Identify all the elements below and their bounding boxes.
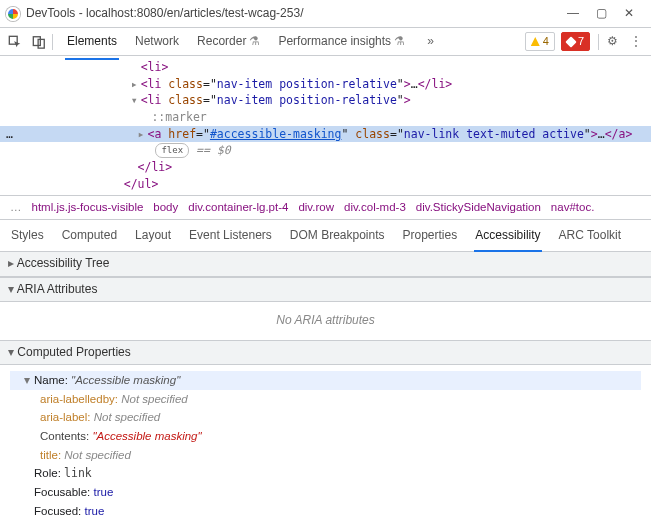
- crumb-item[interactable]: html.js.js-focus-visible: [32, 199, 144, 216]
- crumb-item[interactable]: div.container-lg.pt-4: [188, 199, 288, 216]
- window-titlebar: DevTools - localhost:8080/en/articles/te…: [0, 0, 651, 28]
- subtab-computed[interactable]: Computed: [61, 225, 118, 246]
- errors-badge[interactable]: 7: [561, 32, 590, 52]
- tab-performance-insights[interactable]: Performance insights⚗: [276, 29, 407, 55]
- dom-node-selected[interactable]: … ▸<a href="#accessible-masking" class="…: [0, 126, 651, 143]
- dom-node[interactable]: </li>: [0, 159, 651, 176]
- subtab-accessibility[interactable]: Accessibility: [474, 225, 541, 246]
- section-aria-attributes: ARIA Attributes No ARIA attributes: [0, 278, 651, 341]
- more-icon[interactable]: ⋮: [625, 33, 647, 50]
- issue-badges: 4 7: [525, 32, 590, 52]
- flask-icon: ⚗: [249, 33, 260, 50]
- panel-tabs: Elements Network Recorder⚗ Performance i…: [65, 29, 523, 55]
- settings-icon[interactable]: ⚙: [601, 33, 623, 50]
- error-icon: [565, 36, 576, 47]
- crumb-item[interactable]: nav#toc.: [551, 199, 594, 216]
- dom-breadcrumb[interactable]: … html.js.js-focus-visible body div.cont…: [0, 196, 651, 220]
- subtab-arc-toolkit[interactable]: ARC Toolkit: [558, 225, 622, 246]
- tab-elements[interactable]: Elements: [65, 29, 119, 54]
- prop-focusable[interactable]: Focusable: true: [10, 483, 641, 502]
- maximize-button[interactable]: ▢: [595, 5, 607, 22]
- prop-title[interactable]: title: Not specified: [10, 446, 641, 465]
- svg-rect-2: [38, 39, 44, 48]
- crumb-item[interactable]: body: [153, 199, 178, 216]
- crumb-item[interactable]: div.col-md-3: [344, 199, 406, 216]
- prop-focused[interactable]: Focused: true: [10, 502, 641, 521]
- tab-network[interactable]: Network: [133, 29, 181, 54]
- section-header[interactable]: Accessibility Tree: [0, 252, 651, 276]
- prop-role[interactable]: Role: link: [10, 464, 641, 483]
- subtab-styles[interactable]: Styles: [10, 225, 45, 246]
- crumb-item[interactable]: div.row: [298, 199, 334, 216]
- prop-aria-labelledby[interactable]: aria-labelledby: Not specified: [10, 390, 641, 409]
- main-toolbar: Elements Network Recorder⚗ Performance i…: [0, 28, 651, 56]
- flex-badge[interactable]: flex: [155, 143, 189, 158]
- subtab-event-listeners[interactable]: Event Listeners: [188, 225, 273, 246]
- computed-properties-body: ▾Name: "Accessible masking" aria-labelle…: [0, 365, 651, 522]
- dom-node[interactable]: ▾<li class="nav-item position-relative">: [0, 92, 651, 109]
- window-title: DevTools - localhost:8080/en/articles/te…: [26, 5, 561, 22]
- device-toggle-icon[interactable]: [28, 31, 50, 53]
- section-header[interactable]: Computed Properties: [0, 341, 651, 365]
- subtab-layout[interactable]: Layout: [134, 225, 172, 246]
- close-button[interactable]: ✕: [623, 5, 635, 22]
- warnings-badge[interactable]: 4: [525, 32, 555, 52]
- prop-aria-label[interactable]: aria-label: Not specified: [10, 408, 641, 427]
- section-accessibility-tree: Accessibility Tree: [0, 252, 651, 277]
- prop-name[interactable]: ▾Name: "Accessible masking": [10, 371, 641, 390]
- section-computed-properties: Computed Properties ▾Name: "Accessible m…: [0, 341, 651, 522]
- devtools-logo: [6, 7, 20, 21]
- prop-contents[interactable]: Contents: "Accessible masking": [10, 427, 641, 446]
- dom-node[interactable]: ▸<li class="nav-item position-relative">…: [0, 76, 651, 93]
- dom-tree[interactable]: <li> ▸<li class="nav-item position-relat…: [0, 56, 651, 196]
- flask-icon: ⚗: [394, 33, 405, 50]
- elements-subtabs: Styles Computed Layout Event Listeners D…: [0, 220, 651, 252]
- more-tabs-button[interactable]: »: [421, 33, 440, 50]
- window-controls: — ▢ ✕: [567, 5, 635, 22]
- warning-icon: [531, 37, 540, 46]
- crumb-item[interactable]: div.StickySideNavigation: [416, 199, 541, 216]
- section-header[interactable]: ARIA Attributes: [0, 278, 651, 302]
- subtab-properties[interactable]: Properties: [402, 225, 459, 246]
- inspect-icon[interactable]: [4, 31, 26, 53]
- minimize-button[interactable]: —: [567, 5, 579, 22]
- aria-empty-message: No ARIA attributes: [0, 302, 651, 339]
- dom-badge-row[interactable]: flex == $0: [0, 142, 651, 159]
- href-link[interactable]: #accessible-masking: [210, 127, 342, 141]
- dom-node[interactable]: </ul>: [0, 176, 651, 193]
- dom-pseudo[interactable]: ::marker: [0, 109, 651, 126]
- crumb-overflow[interactable]: …: [10, 199, 22, 216]
- dom-node[interactable]: <li>: [0, 59, 651, 76]
- toolbar-separator: [52, 34, 53, 50]
- tab-recorder[interactable]: Recorder⚗: [195, 29, 262, 55]
- svg-rect-1: [33, 36, 40, 45]
- toolbar-separator: [598, 34, 599, 50]
- subtab-dom-breakpoints[interactable]: DOM Breakpoints: [289, 225, 386, 246]
